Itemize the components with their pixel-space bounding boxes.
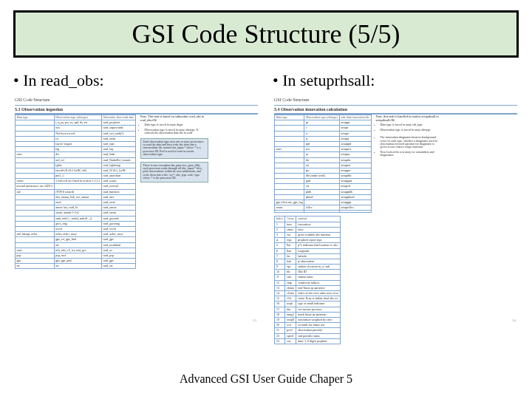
table-row: sstsstread_sst bbox=[16, 264, 136, 269]
table-row: srwread_superwinds bbox=[16, 126, 136, 131]
note-bullet: The innovation diagnostic binaries backg… bbox=[381, 136, 441, 149]
table-row: sndr, sndr1,...sndr4, sndrd1...4read_goe… bbox=[16, 216, 136, 221]
table-row: convdwread_lidar bbox=[16, 152, 136, 157]
table-row: gps when use_gps_logsetupgps bbox=[275, 200, 372, 205]
table-row: wsetupw bbox=[275, 131, 372, 136]
right-pagenum: 24 bbox=[512, 318, 516, 322]
left-section: 5.3 Observation ingestion bbox=[15, 107, 258, 112]
table-row: 7latlatitude bbox=[275, 253, 341, 259]
table-row: Not been servedread_wrf_raob(?) bbox=[16, 131, 136, 136]
table-row: rwsetuprw bbox=[275, 152, 372, 157]
table-row: 6llonlongitude bbox=[275, 248, 341, 253]
table-row: ozoneo3levsetupo3lev bbox=[275, 205, 372, 211]
table-row: pbendsetuppbend bbox=[275, 194, 372, 200]
note-bullet: Observation type is saved in array obsty… bbox=[145, 129, 205, 135]
columns: In read_obs: GSI Code Structure 5.3 Obse… bbox=[13, 71, 519, 324]
table-row: lagread_lag bbox=[16, 147, 136, 152]
table-row: rad_refread_RadarRef_mosaic bbox=[16, 157, 136, 163]
table-row: rad(TOVS related)read_bufrtovs bbox=[16, 189, 136, 194]
note-bullet: Now look at the rest array for remainder… bbox=[381, 151, 441, 157]
table-row: 22sprvdsub provider name bbox=[275, 333, 341, 338]
table-row: sstsetupsst bbox=[275, 163, 372, 168]
table-row: pblhsetuppblh bbox=[275, 189, 372, 194]
table-row: aerosol spotsensor: are AQUAread_aerosol bbox=[16, 184, 136, 189]
table-row: gpsgps, gps_pmlread_gps bbox=[16, 259, 136, 264]
table-row: dbr (radar wind)setupdbz bbox=[275, 174, 372, 179]
table-row: goes_imgread_goesimg bbox=[16, 221, 136, 226]
table-row: 14r1maxindex of obs error ratio; max err… bbox=[275, 291, 341, 296]
table-row: sstread_modsbufr bbox=[16, 242, 136, 248]
table-row: 19rmrp9innovation weighted by sdev bbox=[275, 317, 341, 322]
table-row: 2etimetime bbox=[275, 227, 341, 232]
left-heading: In read_obs: bbox=[13, 71, 259, 90]
table-row: 1inovinnovation bbox=[275, 222, 341, 227]
right-heading: In setuprhsall: bbox=[273, 71, 519, 90]
left-pagenum: 23 bbox=[253, 318, 256, 322]
table-row: 17itmwrt surface pressure bbox=[275, 307, 341, 312]
right-notes: Note. this task is handled in routine se… bbox=[375, 115, 443, 344]
slide: GSI Code Structure (5/5) In read_obs: GS… bbox=[0, 0, 532, 399]
table-row: 15r2fcfactor & qc to inflate final obs e… bbox=[275, 296, 341, 301]
table-row: 8hobq-observation bbox=[275, 259, 341, 264]
table-row: 23catdata=1, 8 digits prepbufr bbox=[275, 338, 341, 344]
table-row: 12stnpsensitivity indices bbox=[275, 280, 341, 285]
table-row: amsre low, mid, hiread_amsre bbox=[16, 205, 136, 211]
footer: Advanced GSI User Guide Chaper 5 bbox=[0, 372, 532, 386]
table-row: vissetupvis bbox=[275, 184, 372, 189]
table-row: airs, amsua, hsb, eos_amsuaread_airs bbox=[16, 194, 136, 200]
note-bullet: Data type is saved in array sdt_type bbox=[381, 123, 441, 126]
table-row: 11stnestation name bbox=[275, 275, 341, 280]
table-row: tcp (tc bogus)read_tcps bbox=[16, 141, 136, 146]
table-row: 20restset aside for future use bbox=[275, 323, 341, 328]
table-row: 3rsngross readable obs function bbox=[275, 232, 341, 237]
table-row: qsetupq bbox=[275, 136, 372, 141]
left-table: Data type Observation type (obstype) Sub… bbox=[15, 115, 136, 269]
slide-title: GSI Code Structure (5/5) bbox=[24, 18, 508, 50]
table-row: convmls, mls_v2, tes, mta, gesread_oz bbox=[16, 248, 136, 253]
table-row: rad: hsinsp: avhrravhrr, avhrr_navyread_… bbox=[16, 232, 136, 237]
table-row: peppep, metread_pep bbox=[16, 253, 136, 258]
table-row: 18ntmg1mask linear qc paramter bbox=[275, 312, 341, 317]
right-section: 5.4 Observation innovation calculation bbox=[274, 107, 517, 112]
left-notebox-2: There is one exception obs_para (see_par… bbox=[140, 162, 208, 183]
table-row: lghtnread_lightning bbox=[16, 163, 136, 168]
table-row: ssmis, amsub 1-2-4read_ssmis bbox=[16, 211, 136, 216]
right-table: Data type Observation type (obstype) sub… bbox=[274, 115, 372, 213]
right-column: In setuprhsall: GSI Code Structure 5.4 O… bbox=[273, 71, 519, 324]
table-row: t, q, ps, pw, uv, spd, dv, sstread_prepb… bbox=[16, 120, 136, 126]
table-row: ozone‡ ozlevels are listed in section 1.… bbox=[16, 179, 136, 184]
table-row: dwsetupdw bbox=[275, 157, 372, 163]
table-row: seviriread_seviri bbox=[16, 226, 136, 231]
table-row bbox=[275, 211, 372, 213]
left-column: In read_obs: GSI Code Structure 5.3 Obse… bbox=[13, 71, 259, 324]
table-row: 4rtypprepbufr report type bbox=[275, 238, 341, 243]
title-box: GSI Code Structure (5/5) bbox=[13, 10, 519, 58]
left-figure: GSI Code Structure 5.3 Observation inges… bbox=[13, 95, 259, 324]
left-notebox-1: Each observation type uses one or more p… bbox=[140, 138, 208, 159]
right-fig-header: GSI Code Structure bbox=[274, 98, 517, 102]
table-row: pssetupps bbox=[275, 120, 372, 126]
note-bullet: Observation type is saved in array obsty… bbox=[381, 129, 441, 132]
note-bullet: Data type is saved in array dtype bbox=[145, 123, 205, 126]
table-row: pwsetuppw bbox=[275, 168, 372, 173]
table-row: gps_ref, gps_bndread_gps bbox=[16, 237, 136, 242]
table-row: 16acqhtype of small indicator bbox=[275, 301, 341, 307]
left-fig-header: GSI Code Structure bbox=[15, 98, 258, 102]
table-row: 9spestation elevation m, w, sub bbox=[275, 265, 341, 270]
table-row: ssmiread_ssmi bbox=[16, 200, 136, 205]
right-figure: GSI Code Structure 5.4 Observation innov… bbox=[273, 95, 519, 324]
left-notes: Note: This task is based on subroutine r… bbox=[139, 115, 207, 269]
table-row: larccld (NASA LaRC cld)read_NASA_LaRC bbox=[16, 168, 136, 173]
table-row: convsrwsetupsrw bbox=[275, 147, 372, 152]
table-row: 5llatq*c indicator that location w/ obs bbox=[275, 243, 341, 248]
table-row: 13sbmmnon-linear qc paramter bbox=[275, 285, 341, 290]
table-row: gustsetupgust bbox=[275, 179, 372, 184]
table-row: tsetupt bbox=[275, 126, 372, 131]
table-row: 10bleObs ID bbox=[275, 270, 341, 275]
table-row: 21prvdobservation provider bbox=[275, 328, 341, 333]
table-row: pm2_5read_anowbufr bbox=[16, 174, 136, 179]
table-row: rwread_radar bbox=[16, 136, 136, 141]
right-index-table: Index Array content 1inovinnovation2etim… bbox=[274, 216, 341, 344]
table-row: spdsetupspd bbox=[275, 141, 372, 146]
